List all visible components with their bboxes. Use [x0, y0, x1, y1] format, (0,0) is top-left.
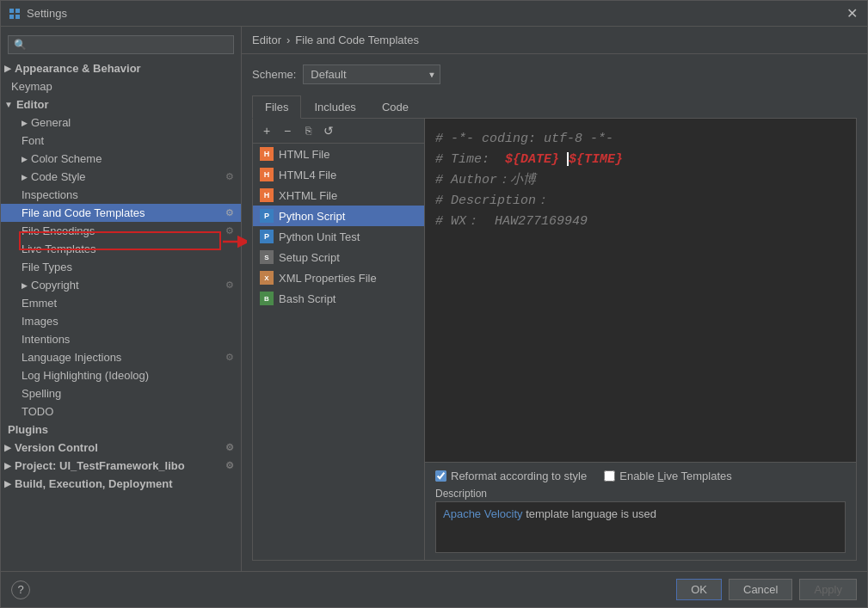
- code-line-5: # WX： HAW277169949: [435, 212, 846, 232]
- sidebar-item-emmet[interactable]: Emmet: [1, 294, 241, 312]
- file-list: H HTML File H HTML4 File: [253, 144, 424, 560]
- sidebar-item-label: Editor: [16, 98, 49, 111]
- sidebar-item-label: File Types: [22, 261, 72, 273]
- sidebar-item-appearance[interactable]: ▶ Appearance & Behavior: [1, 59, 241, 77]
- svg-rect-1: [15, 9, 20, 13]
- python-file-icon: P: [260, 209, 274, 223]
- file-item-label: Python Unit Test: [279, 230, 360, 243]
- search-input[interactable]: [8, 35, 234, 54]
- file-item-xml[interactable]: X XML Properties File: [253, 267, 424, 288]
- sidebar-item-general[interactable]: ▶ General: [1, 114, 241, 132]
- sidebar-item-color-scheme[interactable]: ▶ Color Scheme: [1, 150, 241, 168]
- sidebar-item-project[interactable]: ▶ Project: UI_TestFramework_libo ⚙: [1, 457, 241, 475]
- reset-button[interactable]: ↺: [320, 122, 337, 139]
- code-line-2: # Time: ${DATE} ${TIME}: [435, 150, 846, 170]
- sidebar-item-log-highlighting[interactable]: Log Highlighting (Ideolog): [1, 366, 241, 384]
- xhtml-file-icon: H: [260, 188, 274, 202]
- setup-file-icon: S: [260, 250, 274, 264]
- python-test-icon: P: [260, 230, 274, 243]
- sidebar-item-file-types[interactable]: File Types: [1, 258, 241, 276]
- scheme-row: Scheme: Default Project ▼: [252, 64, 857, 84]
- sidebar-item-language-injections[interactable]: Language Injections ⚙: [1, 348, 241, 366]
- remove-button[interactable]: −: [279, 122, 296, 139]
- sidebar-item-intentions[interactable]: Intentions: [1, 330, 241, 348]
- gear-icon: ⚙: [225, 352, 234, 363]
- help-button[interactable]: ?: [11, 580, 30, 599]
- sidebar-item-label: Emmet: [22, 297, 57, 310]
- sidebar-item-todo[interactable]: TODO: [1, 402, 241, 421]
- sidebar-item-keymap[interactable]: Keymap: [1, 77, 241, 95]
- file-item-xhtml[interactable]: H XHTML File: [253, 185, 424, 206]
- cancel-button[interactable]: Cancel: [729, 579, 792, 600]
- file-item-python-test[interactable]: P Python Unit Test: [253, 226, 424, 247]
- reformat-checkbox-label[interactable]: Reformat according to style: [435, 470, 587, 482]
- footer-right: OK Cancel Apply: [676, 579, 857, 600]
- sidebar-item-inspections[interactable]: Inspections: [1, 186, 241, 204]
- sidebar-item-editor[interactable]: ▼ Editor: [1, 95, 241, 114]
- file-item-html4[interactable]: H HTML4 File: [253, 164, 424, 185]
- apache-velocity-link[interactable]: Apache Velocity: [443, 507, 523, 520]
- sidebar-item-file-encodings[interactable]: File Encodings ⚙: [1, 222, 241, 240]
- description-section: Description Apache Velocity template lan…: [435, 488, 846, 553]
- code-line-1: # -*- coding: utf-8 -*-: [435, 129, 846, 150]
- main-panel: Editor › File and Code Templates Scheme:…: [242, 27, 867, 571]
- sidebar-item-images[interactable]: Images: [1, 312, 241, 330]
- expand-arrow: ▶: [4, 461, 11, 470]
- close-button[interactable]: ✕: [843, 5, 860, 22]
- gear-icon: ⚙: [225, 207, 234, 218]
- file-list-toolbar: + − ⎘ ↺: [253, 119, 424, 144]
- file-list-panel: + − ⎘ ↺ H HTML File: [253, 119, 425, 560]
- search-box[interactable]: [8, 35, 234, 54]
- sidebar-item-copyright[interactable]: ▶ Copyright ⚙: [1, 276, 241, 294]
- breadcrumb-current: File and Code Templates: [295, 34, 419, 46]
- apply-button[interactable]: Apply: [799, 579, 857, 600]
- settings-window: Settings ✕ ▶ Appearance & Behavior Keyma…: [0, 0, 868, 608]
- gear-icon: ⚙: [225, 225, 234, 236]
- copy-button[interactable]: ⎘: [299, 122, 317, 139]
- tab-files[interactable]: Files: [252, 95, 301, 119]
- scheme-select[interactable]: Default Project: [303, 64, 440, 84]
- tab-includes[interactable]: Includes: [301, 95, 368, 119]
- sidebar-item-spelling[interactable]: Spelling: [1, 384, 241, 402]
- split-area: + − ⎘ ↺ H HTML File: [252, 118, 857, 561]
- expand-arrow-small: ▶: [22, 173, 28, 181]
- sidebar-item-label: File and Code Templates: [22, 206, 145, 219]
- reformat-checkbox[interactable]: [435, 470, 446, 482]
- title-bar: Settings ✕: [1, 1, 867, 27]
- gear-icon: ⚙: [225, 460, 234, 471]
- live-templates-checkbox[interactable]: [604, 470, 615, 482]
- sidebar-item-label: Appearance & Behavior: [15, 62, 141, 75]
- description-label: Description: [435, 488, 846, 500]
- tab-code[interactable]: Code: [369, 95, 422, 119]
- expand-arrow: ▶: [4, 64, 11, 73]
- sidebar-item-file-templates[interactable]: File and Code Templates ⚙: [1, 204, 241, 222]
- add-button[interactable]: +: [258, 122, 275, 139]
- file-item-setup[interactable]: S Setup Script: [253, 247, 424, 267]
- app-icon: [8, 7, 22, 21]
- file-item-label: Setup Script: [279, 251, 340, 264]
- file-item-label: HTML4 File: [279, 169, 336, 181]
- sidebar-item-code-style[interactable]: ▶ Code Style ⚙: [1, 168, 241, 186]
- sidebar-item-label: General: [31, 116, 71, 129]
- code-editor[interactable]: # -*- coding: utf-8 -*- # Time: ${DATE} …: [425, 119, 856, 462]
- sidebar-item-font[interactable]: Font: [1, 132, 241, 150]
- sidebar-item-live-templates[interactable]: Live Templates: [1, 240, 241, 258]
- bash-file-icon: B: [260, 292, 274, 305]
- html-file-icon: H: [260, 147, 274, 161]
- sidebar-item-label: Keymap: [11, 80, 52, 93]
- file-item-python[interactable]: P Python Script: [253, 206, 424, 226]
- expand-arrow: ▶: [4, 479, 11, 488]
- sidebar-item-version-control[interactable]: ▶ Version Control ⚙: [1, 439, 241, 457]
- sidebar-item-label: Inspections: [22, 188, 78, 201]
- live-templates-checkbox-label[interactable]: Enable Live Templates: [604, 470, 732, 482]
- live-templates-label: Enable Live Templates: [619, 470, 732, 482]
- file-item-bash[interactable]: B Bash Script: [253, 288, 424, 309]
- ok-button[interactable]: OK: [676, 579, 722, 600]
- file-item-label: XML Properties File: [279, 272, 377, 285]
- sidebar-item-plugins[interactable]: Plugins: [1, 421, 241, 439]
- file-item-html[interactable]: H HTML File: [253, 144, 424, 164]
- sidebar-item-build[interactable]: ▶ Build, Execution, Deployment: [1, 475, 241, 493]
- tabs-row: Files Includes Code: [252, 95, 857, 119]
- html4-file-icon: H: [260, 168, 274, 181]
- gear-icon: ⚙: [225, 442, 234, 453]
